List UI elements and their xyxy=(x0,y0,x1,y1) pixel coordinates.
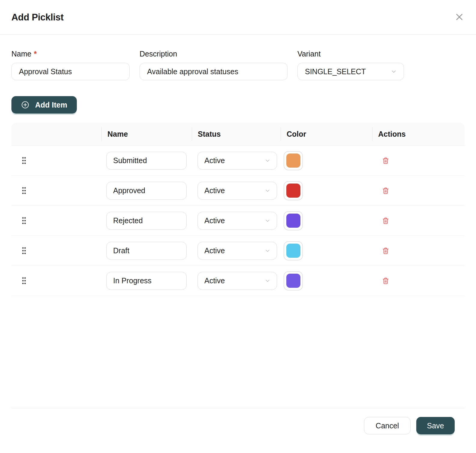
picklist-items-table: Name Status Color Actions Active xyxy=(11,123,465,296)
chevron-down-icon xyxy=(264,157,271,164)
delete-item-button[interactable] xyxy=(379,214,392,227)
color-swatch-button[interactable] xyxy=(284,151,303,170)
trash-icon xyxy=(381,247,390,255)
drag-dots-icon xyxy=(22,187,26,195)
item-name-input[interactable] xyxy=(106,272,187,290)
item-status-select[interactable]: Active xyxy=(197,212,277,230)
item-status-select[interactable]: Active xyxy=(197,182,277,200)
trash-icon xyxy=(381,157,390,165)
column-header-name: Name xyxy=(101,123,192,145)
table-header-row: Name Status Color Actions xyxy=(11,123,465,146)
drag-dots-icon xyxy=(22,217,26,225)
cell-name xyxy=(101,272,192,290)
picklist-form: Name* Description Variant SINGLE_SELECT xyxy=(11,50,465,80)
cell-color xyxy=(281,271,372,290)
add-item-button[interactable]: Add Item xyxy=(11,96,77,114)
trash-icon xyxy=(381,217,390,225)
add-item-label: Add Item xyxy=(35,101,67,109)
cell-handle xyxy=(11,215,101,226)
name-field-group: Name* xyxy=(11,50,130,80)
cell-handle xyxy=(11,245,101,256)
item-name-input[interactable] xyxy=(106,212,187,230)
cell-color xyxy=(281,241,372,260)
column-header-actions: Actions xyxy=(372,123,465,145)
chevron-down-icon xyxy=(264,187,271,194)
cell-actions xyxy=(372,214,465,227)
variant-field-group: Variant SINGLE_SELECT xyxy=(297,50,404,80)
close-icon xyxy=(454,12,464,22)
color-swatch-button[interactable] xyxy=(284,211,303,230)
chevron-down-icon xyxy=(390,68,397,75)
variant-label: Variant xyxy=(297,50,404,58)
save-button[interactable]: Save xyxy=(416,417,455,434)
close-button[interactable] xyxy=(454,11,465,22)
delete-item-button[interactable] xyxy=(379,275,392,287)
color-swatch xyxy=(286,274,300,288)
cell-handle xyxy=(11,275,101,286)
cell-status: Active xyxy=(192,182,281,200)
cell-status: Active xyxy=(192,152,281,170)
item-status-select[interactable]: Active xyxy=(197,272,277,290)
plus-circle-icon xyxy=(21,101,29,109)
color-swatch-button[interactable] xyxy=(284,241,303,260)
cell-name xyxy=(101,152,192,170)
column-header-status: Status xyxy=(192,123,281,145)
item-status-select[interactable]: Active xyxy=(197,152,277,170)
name-label: Name* xyxy=(11,50,130,58)
name-label-text: Name xyxy=(11,50,32,58)
drag-handle[interactable] xyxy=(22,215,30,226)
drag-dots-icon xyxy=(22,247,26,255)
cell-actions xyxy=(372,245,465,257)
drag-handle[interactable] xyxy=(22,185,30,196)
cell-actions xyxy=(372,154,465,167)
color-swatch-button[interactable] xyxy=(284,181,303,200)
cell-color xyxy=(281,211,372,230)
trash-icon xyxy=(381,187,390,195)
description-label: Description xyxy=(140,50,288,58)
cell-actions xyxy=(372,275,465,287)
item-name-input[interactable] xyxy=(106,182,187,200)
delete-item-button[interactable] xyxy=(379,184,392,197)
drag-handle[interactable] xyxy=(22,155,30,166)
color-swatch-button[interactable] xyxy=(284,271,303,290)
item-name-input[interactable] xyxy=(106,242,187,260)
drag-handle[interactable] xyxy=(22,245,30,256)
cell-actions xyxy=(372,184,465,197)
required-asterisk: * xyxy=(34,50,37,58)
cell-color xyxy=(281,181,372,200)
item-status-value: Active xyxy=(204,216,225,225)
modal-header: Add Picklist xyxy=(0,0,476,35)
trash-icon xyxy=(381,277,390,285)
drag-handle[interactable] xyxy=(22,275,30,286)
delete-item-button[interactable] xyxy=(379,245,392,257)
cell-status: Active xyxy=(192,212,281,230)
variant-select-value: SINGLE_SELECT xyxy=(305,67,366,76)
item-name-input[interactable] xyxy=(106,152,187,170)
table-row: Active xyxy=(11,236,465,266)
cell-name xyxy=(101,182,192,200)
chevron-down-icon xyxy=(264,278,271,284)
color-swatch xyxy=(286,244,300,258)
cell-name xyxy=(101,212,192,230)
name-input[interactable] xyxy=(11,63,130,80)
delete-item-button[interactable] xyxy=(379,154,392,167)
description-field-group: Description xyxy=(140,50,288,80)
page-title: Add Picklist xyxy=(11,12,64,23)
item-status-select[interactable]: Active xyxy=(197,242,277,260)
cell-status: Active xyxy=(192,272,281,290)
cell-color xyxy=(281,151,372,170)
table-row: Active xyxy=(11,266,465,296)
table-row: Active xyxy=(11,176,465,206)
cell-status: Active xyxy=(192,242,281,260)
table-row: Active xyxy=(11,206,465,236)
cell-name xyxy=(101,242,192,260)
description-input[interactable] xyxy=(140,63,288,80)
color-swatch xyxy=(286,184,300,198)
variant-select[interactable]: SINGLE_SELECT xyxy=(297,63,404,80)
drag-dots-icon xyxy=(22,157,26,165)
cell-handle xyxy=(11,185,101,196)
item-status-value: Active xyxy=(204,186,225,195)
table-body: Active xyxy=(11,146,465,296)
column-header-handle xyxy=(11,123,101,145)
cancel-button[interactable]: Cancel xyxy=(364,417,411,434)
